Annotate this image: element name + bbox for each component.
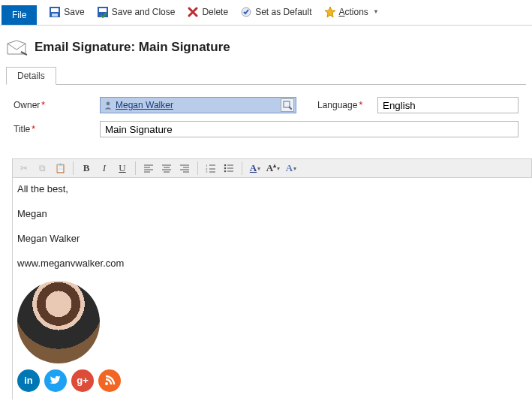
align-left-button[interactable] [140, 161, 157, 176]
svg-rect-10 [284, 101, 290, 107]
paste-icon: 📋 [55, 163, 66, 174]
title-label: Title* [14, 124, 92, 134]
tab-details-label: Details [17, 71, 45, 81]
bold-button[interactable]: B [78, 161, 95, 176]
align-left-icon [143, 164, 154, 173]
save-button[interactable]: Save [43, 3, 90, 21]
svg-text:3: 3 [206, 170, 208, 173]
person-icon [104, 101, 113, 110]
font-color-icon: A [250, 162, 257, 174]
save-close-label: Save and Close [112, 7, 176, 17]
copy-button[interactable]: ⧉ [34, 161, 50, 176]
svg-rect-4 [99, 8, 107, 12]
tab-details[interactable]: Details [6, 67, 56, 85]
numbered-list-icon: 123 [206, 164, 216, 173]
linkedin-icon[interactable]: in [17, 369, 40, 392]
actions-star-icon [324, 6, 336, 18]
command-bar: File Save Save and Close Delete Set as D… [0, 0, 532, 26]
page-title: Email Signature: Main Signature [35, 40, 230, 55]
font-size-icon: A▴ [266, 162, 276, 174]
language-label: Language* [317, 100, 370, 110]
cut-icon: ✂ [20, 163, 28, 174]
cut-button[interactable]: ✂ [16, 161, 32, 176]
avatar-image [17, 281, 100, 363]
row-title: Title* [14, 121, 518, 137]
separator [135, 161, 136, 175]
svg-rect-1 [51, 8, 59, 12]
font-size-button[interactable]: A▴▾ [265, 161, 281, 176]
svg-point-9 [107, 102, 110, 106]
separator [197, 161, 198, 175]
paste-button[interactable]: 📋 [52, 161, 68, 176]
save-icon [49, 6, 61, 18]
separator [242, 161, 242, 175]
save-label: Save [64, 7, 84, 17]
italic-button[interactable]: I [96, 161, 113, 176]
separator [73, 161, 74, 175]
details-form: Owner* Megan Walker Language* Title* [0, 85, 532, 152]
owner-link[interactable]: Megan Walker [116, 100, 278, 110]
tab-strip: Details [6, 66, 526, 85]
envelope-icon [6, 39, 27, 56]
svg-point-32 [224, 167, 227, 170]
font-color-button[interactable]: A▾ [247, 161, 263, 176]
set-as-default-button[interactable]: Set as Default [234, 3, 317, 21]
align-right-icon [179, 164, 190, 173]
svg-rect-2 [52, 14, 58, 17]
delete-button[interactable]: Delete [181, 3, 234, 21]
googleplus-icon[interactable]: g+ [71, 369, 94, 392]
twitter-icon[interactable] [44, 369, 67, 392]
owner-lookup-field[interactable]: Megan Walker [100, 97, 296, 113]
align-center-button[interactable] [158, 161, 175, 176]
page-header: Email Signature: Main Signature [0, 26, 532, 66]
svg-point-34 [224, 170, 227, 173]
sig-line-4: www.meganvwalker.com [17, 257, 527, 271]
svg-point-36 [105, 382, 108, 385]
chevron-down-icon: ▼ [373, 8, 379, 15]
sig-line-1: All the best, [17, 182, 527, 197]
signature-editor[interactable]: All the best, Megan Megan Walker www.meg… [12, 178, 532, 399]
delete-label: Delete [202, 7, 228, 17]
owner-label: Owner* [14, 100, 92, 110]
bulleted-list-button[interactable] [221, 161, 237, 176]
lookup-icon[interactable] [281, 98, 294, 112]
check-default-icon [240, 6, 252, 18]
sig-line-3: Megan Walker [17, 232, 527, 246]
svg-marker-6 [325, 7, 335, 17]
svg-line-11 [289, 107, 292, 110]
clear-format-button[interactable]: A▾ [283, 161, 299, 176]
clear-format-icon: A [286, 162, 293, 174]
actions-menu-button[interactable]: AActionsctions ▼ [318, 3, 385, 21]
language-input[interactable] [377, 97, 518, 113]
save-close-icon [97, 6, 109, 18]
save-and-close-button[interactable]: Save and Close [91, 3, 182, 21]
sig-line-2: Megan [17, 207, 527, 222]
editor-toolbar: ✂ ⧉ 📋 B I U 123 A▾ A▴▾ A▾ [12, 158, 532, 178]
align-center-icon [161, 164, 172, 173]
align-right-button[interactable] [176, 161, 193, 176]
svg-point-30 [224, 164, 227, 167]
actions-label: AActionsctions [339, 7, 368, 17]
row-owner-language: Owner* Megan Walker Language* [14, 97, 518, 113]
delete-icon [187, 6, 199, 18]
bulleted-list-icon [224, 164, 234, 173]
rss-icon[interactable] [98, 369, 121, 392]
social-links-row: in g+ [17, 369, 527, 392]
file-menu-button[interactable]: File [2, 5, 37, 25]
copy-icon: ⧉ [39, 163, 46, 174]
set-default-label: Set as Default [255, 7, 311, 17]
file-menu-label: File [12, 10, 26, 20]
underline-button[interactable]: U [114, 161, 131, 176]
numbered-list-button[interactable]: 123 [203, 161, 219, 176]
title-input[interactable] [100, 121, 518, 137]
